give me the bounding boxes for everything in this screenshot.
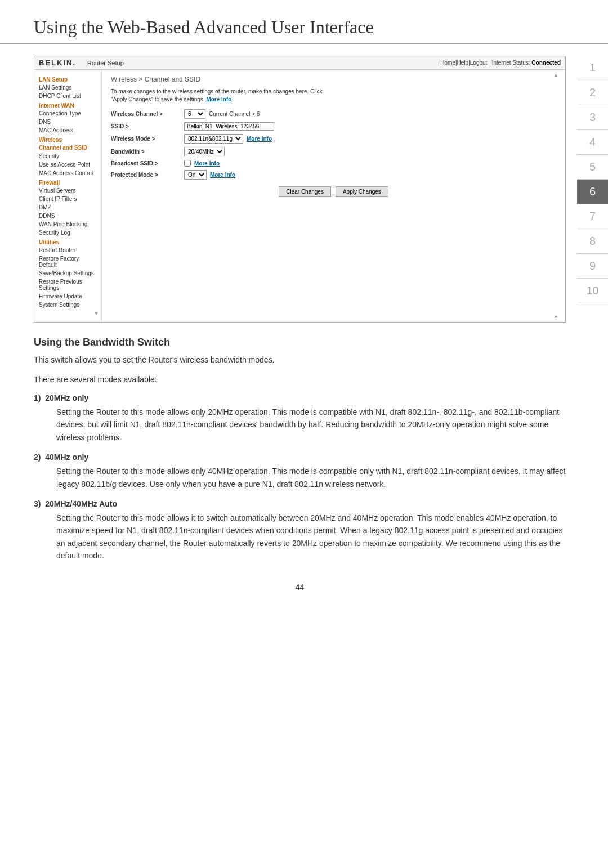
subsection-20-40mhz-auto: 3) 20MHz/40MHz Auto Setting the Router t…	[34, 499, 566, 562]
sidebar-wan-title: Internet WAN	[34, 100, 101, 109]
page-title-area: Using the Web-Based Advanced User Interf…	[0, 0, 608, 44]
subsection-40mhz-only: 2) 40MHz only Setting the Router to this…	[34, 453, 566, 490]
ssid-input[interactable]	[184, 122, 274, 131]
scroll-down-indicator[interactable]: ▼	[553, 314, 558, 320]
protected-mode-row: Protected Mode > On Off More Info	[111, 170, 556, 180]
router-setup-label: Router Setup	[87, 60, 124, 66]
sidebar-ddns[interactable]: DDNS	[34, 212, 101, 220]
sidebar-save-backup[interactable]: Save/Backup Settings	[34, 269, 101, 278]
sidebar-firmware-update[interactable]: Firmware Update	[34, 292, 101, 301]
subsection-1-title: 1) 20MHz only	[34, 393, 566, 402]
wireless-mode-controls: 802.11n&802.11g More Info	[184, 134, 272, 144]
sidebar-restart-router[interactable]: Restart Router	[34, 246, 101, 254]
nav-home[interactable]: Home	[440, 60, 455, 66]
page-title: Using the Web-Based Advanced User Interf…	[34, 17, 574, 38]
subsection-2-heading: 40MHz only	[45, 453, 88, 462]
sidebar-client-ip-filters[interactable]: Client IP Filters	[34, 195, 101, 203]
sidebar-lan-settings[interactable]: LAN Settings	[34, 83, 101, 92]
section-num-8: 8	[577, 229, 608, 254]
sidebar-mac-address[interactable]: MAC Address	[34, 126, 101, 135]
bandwidth-section: Using the Bandwidth Switch This switch a…	[34, 337, 566, 562]
subsection-3-number: 3)	[34, 499, 41, 508]
subsection-3-heading: 20MHz/40MHz Auto	[45, 499, 117, 508]
scroll-up-indicator[interactable]: ▲	[553, 72, 558, 78]
sidebar-wireless-title: Wireless	[34, 135, 101, 144]
wireless-channel-label: Wireless Channel >	[111, 111, 184, 117]
sidebar-dns[interactable]: DNS	[34, 118, 101, 126]
sidebar-wan-ping[interactable]: WAN Ping Blocking	[34, 220, 101, 229]
router-sidebar: LAN Setup LAN Settings DHCP Client List …	[34, 70, 102, 322]
ssid-row: SSID >	[111, 122, 556, 131]
broadcast-ssid-checkbox[interactable]	[184, 160, 191, 167]
wireless-mode-row: Wireless Mode > 802.11n&802.11g More Inf…	[111, 134, 556, 144]
sidebar-restore-previous[interactable]: Restore Previous Settings	[34, 278, 101, 292]
sidebar-lan-title: LAN Setup	[34, 74, 101, 83]
nav-logout[interactable]: Logout	[470, 60, 488, 66]
bandwidth-select[interactable]: 20/40MHz 20MHz 40MHz	[184, 147, 225, 156]
sidebar-security[interactable]: Security	[34, 152, 101, 160]
sidebar-system-settings[interactable]: System Settings	[34, 301, 101, 309]
wireless-channel-select[interactable]: 6 12345 7891011	[184, 109, 205, 119]
sidebar-access-point[interactable]: Use as Access Point	[34, 160, 101, 169]
section-num-6-active: 6 section	[577, 180, 608, 204]
router-nav-links: Home|Help|Logout Internet Status: Connec…	[440, 60, 561, 66]
subsection-2-number: 2)	[34, 453, 41, 462]
bandwidth-row: Bandwidth > 20/40MHz 20MHz 40MHz	[111, 147, 556, 156]
sidebar-restore-factory[interactable]: Restore Factory Default	[34, 254, 101, 269]
sidebar-dmz[interactable]: DMZ	[34, 203, 101, 212]
subsection-2-body: Setting the Router to this mode allows o…	[34, 465, 566, 490]
wireless-mode-select[interactable]: 802.11n&802.11g	[184, 134, 243, 144]
section-intro-2: There are several modes available:	[34, 374, 566, 386]
sidebar-virtual-servers[interactable]: Virtual Servers	[34, 186, 101, 195]
wireless-mode-label: Wireless Mode >	[111, 136, 184, 142]
protected-mode-label: Protected Mode >	[111, 172, 184, 178]
router-ui-box: BELKIN. Router Setup Home|Help|Logout In…	[34, 56, 566, 323]
broadcast-ssid-label: Broadcast SSID >	[111, 160, 184, 167]
router-buttons: Clear Changes Apply Changes	[111, 186, 556, 197]
bandwidth-controls: 20/40MHz 20MHz 40MHz	[184, 147, 225, 156]
wireless-mode-more-info[interactable]: More Info	[247, 136, 272, 142]
internet-status: Connected	[531, 60, 561, 66]
section-num-1: 1	[577, 56, 608, 80]
router-main-panel: Wireless > Channel and SSID To make chan…	[102, 70, 565, 322]
description-line1: To make changes to the wireless settings…	[111, 88, 323, 95]
sidebar-security-log[interactable]: Security Log	[34, 229, 101, 237]
sidebar-dhcp-client-list[interactable]: DHCP Client List	[34, 92, 101, 100]
belkin-logo: BELKIN.	[39, 59, 76, 67]
wireless-channel-row: Wireless Channel > 6 12345 7891011 Curre…	[111, 109, 556, 119]
broadcast-ssid-row: Broadcast SSID > More Info	[111, 160, 556, 167]
sidebar-connection-type[interactable]: Connection Type	[34, 109, 101, 118]
bandwidth-label: Bandwidth >	[111, 149, 184, 155]
section-num-5: 5	[577, 155, 608, 180]
subsection-3-body: Setting the Router to this mode allows i…	[34, 512, 566, 562]
subsection-3-title: 3) 20MHz/40MHz Auto	[34, 499, 566, 508]
router-body: LAN Setup LAN Settings DHCP Client List …	[34, 70, 565, 322]
protected-mode-more-info[interactable]: More Info	[210, 172, 235, 178]
protected-mode-select[interactable]: On Off	[184, 170, 207, 180]
sidebar-channel-ssid[interactable]: Channel and SSID	[34, 144, 101, 152]
subsection-1-body: Setting the Router to this mode allows o…	[34, 406, 566, 444]
router-breadcrumb: Wireless > Channel and SSID	[111, 75, 556, 83]
subsection-1-number: 1)	[34, 393, 41, 402]
ssid-controls	[184, 122, 274, 131]
sidebar-utilities-title: Utilities	[34, 237, 101, 246]
broadcast-ssid-more-info[interactable]: More Info	[194, 160, 220, 167]
section-num-2: 2	[577, 80, 608, 105]
protected-mode-controls: On Off More Info	[184, 170, 235, 180]
subsection-1-heading: 20MHz only	[45, 393, 88, 402]
sidebar-scroll-down[interactable]: ▼	[34, 309, 101, 317]
section-num-4: 4	[577, 130, 608, 155]
section-num-3: 3	[577, 105, 608, 130]
router-header: BELKIN. Router Setup Home|Help|Logout In…	[34, 56, 565, 70]
apply-changes-button[interactable]: Apply Changes	[336, 186, 388, 197]
broadcast-ssid-controls: More Info	[184, 160, 220, 167]
sidebar-mac-address-control[interactable]: MAC Address Control	[34, 169, 101, 177]
description-more-info-link[interactable]: More Info	[206, 96, 231, 102]
section-heading: Using the Bandwidth Switch	[34, 337, 566, 348]
section-intro-1: This switch allows you to set the Router…	[34, 354, 566, 366]
ssid-label: SSID >	[111, 123, 184, 129]
clear-changes-button[interactable]: Clear Changes	[279, 186, 331, 197]
nav-help[interactable]: Help	[457, 60, 469, 66]
section-num-10: 10	[577, 279, 608, 303]
subsection-20mhz-only: 1) 20MHz only Setting the Router to this…	[34, 393, 566, 444]
